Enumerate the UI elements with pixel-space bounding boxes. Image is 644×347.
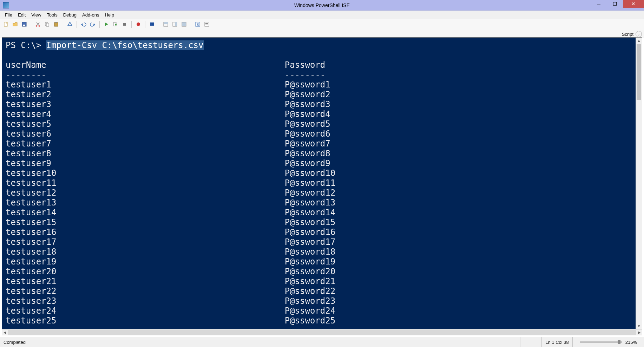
show-script-max-button[interactable] [180, 21, 188, 28]
command-addon-button[interactable]: ⌘ [194, 21, 202, 28]
window-title: Windows PowerShell ISE [0, 2, 644, 8]
scroll-right-icon[interactable]: ▶ [636, 329, 642, 335]
zoom-cell: 215% [572, 337, 640, 347]
cut-button[interactable] [34, 21, 42, 28]
stop-button[interactable] [121, 21, 129, 28]
cursor-position: Ln 1 Col 38 [541, 337, 572, 347]
scroll-thumb[interactable] [637, 44, 641, 100]
show-script-max-icon [181, 21, 187, 28]
svg-rect-14 [150, 22, 154, 26]
copy-button[interactable] [43, 21, 51, 28]
toolbar-separator [99, 21, 100, 28]
menu-addons[interactable]: Add-ons [79, 12, 102, 18]
zoom-knob[interactable] [618, 340, 620, 344]
svg-point-13 [137, 22, 140, 26]
close-icon: ✕ [631, 1, 636, 7]
scroll-left-icon[interactable]: ◀ [2, 329, 8, 335]
svg-rect-1 [613, 2, 617, 5]
redo-icon [90, 21, 96, 28]
new-file-button[interactable] [2, 21, 10, 28]
stop-icon [122, 21, 127, 28]
menu-tools[interactable]: Tools [44, 12, 60, 18]
paste-icon [53, 21, 59, 28]
expand-script-button[interactable]: ⌄ [636, 31, 642, 37]
breakpoint-button[interactable] [134, 21, 142, 28]
clear-icon [67, 21, 73, 28]
command-addon-icon: ⌘ [195, 21, 201, 28]
close-button[interactable]: ✕ [623, 0, 644, 8]
svg-rect-4 [23, 25, 25, 26]
svg-rect-2 [4, 22, 7, 26]
horizontal-scrollbar[interactable]: ◀ ▶ [2, 329, 642, 335]
cut-icon [35, 21, 41, 28]
svg-rect-22 [205, 22, 209, 26]
save-button[interactable] [20, 21, 28, 28]
svg-rect-24 [205, 25, 208, 25]
clear-button[interactable] [66, 21, 74, 28]
toolbar-separator [63, 21, 63, 28]
redo-button[interactable] [89, 21, 97, 28]
toolbar-separator [191, 21, 191, 28]
menu-edit[interactable]: Edit [15, 12, 28, 18]
status-empty [520, 337, 541, 347]
run-selection-icon [113, 21, 118, 28]
toolbar-separator [31, 21, 31, 28]
svg-rect-10 [55, 22, 57, 23]
statusbar: Completed Ln 1 Col 38 215% [0, 337, 644, 347]
remote-button[interactable] [148, 21, 156, 28]
paste-button[interactable] [52, 21, 60, 28]
run-icon [104, 21, 109, 28]
script-label: Script [622, 32, 633, 37]
minimize-button[interactable] [591, 0, 607, 8]
run-selection-button[interactable] [112, 21, 119, 28]
vertical-scrollbar[interactable]: ▲ ▼ [636, 38, 642, 329]
menubar: File Edit View Tools Debug Add-ons Help [0, 11, 644, 19]
zoom-level: 215% [625, 340, 637, 345]
copy-icon [44, 21, 50, 28]
breakpoint-icon [136, 21, 141, 28]
menu-file[interactable]: File [2, 12, 15, 18]
console-output[interactable]: PS C:\> Import-Csv C:\fso\testusers.csv … [2, 38, 642, 329]
console-pane: PS C:\> Import-Csv C:\fso\testusers.csv … [2, 37, 642, 329]
remote-icon [149, 21, 155, 28]
status-text: Completed [4, 340, 26, 345]
window-controls: ✕ [591, 0, 644, 8]
svg-rect-12 [123, 23, 126, 26]
toolbar-separator [145, 21, 145, 28]
maximize-button[interactable] [607, 0, 623, 8]
options-button[interactable] [203, 21, 211, 28]
toolbar: ⌘ [0, 19, 644, 30]
menu-view[interactable]: View [28, 12, 44, 18]
svg-text:⌘: ⌘ [196, 23, 199, 26]
svg-rect-19 [182, 22, 186, 26]
hscroll-thumb[interactable] [8, 330, 636, 335]
show-script-right-icon [172, 21, 178, 28]
toolbar-separator [131, 21, 132, 28]
menu-debug[interactable]: Debug [60, 12, 79, 18]
zoom-slider[interactable] [580, 341, 622, 343]
undo-icon [81, 21, 86, 28]
open-file-icon [12, 21, 18, 28]
save-icon [21, 21, 27, 28]
svg-rect-8 [46, 23, 49, 26]
menu-help[interactable]: Help [102, 12, 117, 18]
undo-button[interactable] [80, 21, 87, 28]
scroll-up-icon[interactable]: ▲ [636, 38, 642, 44]
svg-rect-18 [175, 22, 177, 26]
toolbar-separator [159, 21, 159, 28]
show-script-top-icon [163, 21, 169, 28]
app-icon [3, 2, 9, 8]
svg-rect-23 [205, 23, 208, 24]
open-file-button[interactable] [11, 21, 19, 28]
scroll-down-icon[interactable]: ▼ [636, 323, 642, 329]
show-script-top-button[interactable] [162, 21, 170, 28]
hscroll-track[interactable] [8, 329, 636, 335]
svg-rect-16 [164, 22, 168, 24]
titlebar: Windows PowerShell ISE ✕ [0, 0, 644, 11]
toolbar-separator [77, 21, 77, 28]
show-script-right-button[interactable] [171, 21, 179, 28]
run-button[interactable] [103, 21, 110, 28]
options-icon [204, 21, 210, 28]
new-file-icon [3, 21, 9, 28]
